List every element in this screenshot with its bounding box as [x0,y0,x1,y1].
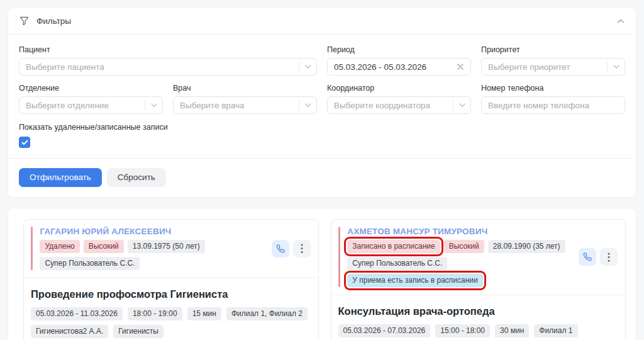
branch-badge: Филиал 1, Филиал 2 [226,307,308,320]
chevron-up-icon [617,19,625,24]
department-label: Отделение [19,84,163,93]
show-deleted-checkbox-row: Показать удаленные/записанные записи [19,123,625,158]
schedule-entry-badge-annotated: У приема есть запись в расписании [347,274,482,287]
chevron-down-icon [453,100,465,110]
checkmark-icon [21,140,28,145]
filters-title: Фильтры [36,16,71,26]
filters-panel: Фильтры Пациент Выберите пациента Период [8,8,636,198]
kebab-menu-icon [608,252,610,262]
priority-select[interactable]: Выберите приоритет [481,58,625,76]
apply-filters-button[interactable]: Отфильтровать [19,168,102,187]
card-header: АХМЕТОВ МАНСУР ТИМУРОВИЧ Записано в расп… [331,220,626,295]
date-range-badge: 05.03.2026 - 11.03.2026 [31,307,123,320]
appointment-title: Проведение профосмотра Гигиениста [31,288,311,300]
phone-icon [583,252,592,261]
card-header: ГАГАРИН ЮРИЙ АЛЕКСЕЕВИЧ Удалено Высокий … [24,220,318,278]
time-range-badge: 15:00 - 18:00 [435,324,490,337]
doctor-label: Врач [173,84,317,93]
period-label: Период [327,45,471,54]
chevron-down-icon [299,62,311,72]
period-date-range-input[interactable]: 05.03.2026 - 05.03.2026 [327,58,471,76]
patient-name-link[interactable]: АХМЕТОВ МАНСУР ТИМУРОВИЧ [347,227,574,236]
coordinator-badge: Супер Пользователь С.С. [347,257,447,270]
priority-accent-bar [31,227,33,270]
coordinator-select[interactable]: Выберите координатора [327,96,471,114]
branch-badge: Филиал 1 [534,324,577,337]
chevron-down-icon [299,100,311,110]
filter-funnel-icon [19,16,29,26]
patient-placeholder: Выберите пациента [26,62,295,72]
chevron-down-icon [607,62,619,72]
time-range-badge: 18:00 - 19:00 [128,307,182,320]
call-patient-button[interactable] [272,240,289,258]
appointments-list: ГАГАРИН ЮРИЙ АЛЕКСЕЕВИЧ Удалено Высокий … [8,208,636,340]
priority-badge: Высокий [444,240,484,253]
clear-icon[interactable] [455,64,465,70]
status-badge: Удалено [40,240,79,253]
field-doctor: Врач Выберите врача [173,84,317,114]
field-period: Период 05.03.2026 - 05.03.2026 [327,45,471,76]
kebab-menu-icon [301,244,303,253]
patient-label: Пациент [19,45,317,54]
coordinator-badge: Супер Пользователь С.С. [40,257,140,270]
appointment-card: ГАГАРИН ЮРИЙ АЛЕКСЕЕВИЧ Удалено Высокий … [23,219,319,340]
doctor-placeholder: Выберите врача [180,101,295,110]
coordinator-placeholder: Выберите координатора [334,101,449,110]
reset-filters-button[interactable]: Сбросить [107,168,166,187]
chevron-down-icon [145,100,157,110]
birthdate-badge: 28.09.1990 (35 лет) [488,240,565,253]
duration-badge: 15 мин [187,307,221,320]
specialty-badge: Гигиенисты [113,325,164,338]
department-placeholder: Выберите отделение [26,101,141,110]
filters-footer: Отфильтровать Сбросить [8,158,636,197]
doctor-select[interactable]: Выберите врача [173,96,317,114]
birthdate-badge: 13.09.1975 (50 лет) [128,240,205,253]
field-coordinator: Координатор Выберите координатора [327,84,471,114]
patient-name-link[interactable]: ГАГАРИН ЮРИЙ АЛЕКСЕЕВИЧ [40,227,266,236]
collapse-panel-button[interactable] [617,19,625,24]
department-select[interactable]: Выберите отделение [19,96,163,114]
call-patient-button[interactable] [579,248,596,266]
priority-badge: Высокий [84,240,124,253]
appointment-title: Консультация врача-ортопеда [338,305,618,317]
priority-accent-bar [338,227,341,287]
appointment-card: АХМЕТОВ МАНСУР ТИМУРОВИЧ Записано в расп… [331,219,626,340]
priority-label: Приоритет [481,45,625,54]
coordinator-label: Координатор [327,84,471,93]
phone-icon [276,244,285,253]
status-badge-annotated: Записано в расписание [347,240,440,253]
date-range-badge: 05.03.2026 - 07.03.2026 [338,324,431,337]
phone-number-input[interactable] [481,96,625,114]
field-priority: Приоритет Выберите приоритет [481,45,625,76]
filters-panel-header: Фильтры [8,8,636,35]
priority-placeholder: Выберите приоритет [488,62,603,72]
phone-number-label: Номер телефона [481,84,625,93]
doctor-badge: Гигиенистова2 А.А. [31,325,108,338]
field-phone-number: Номер телефона [481,84,625,114]
field-department: Отделение Выберите отделение [19,84,163,114]
patient-select[interactable]: Выберите пациента [19,58,317,76]
field-patient: Пациент Выберите пациента [19,45,317,76]
more-menu-button[interactable] [600,248,618,266]
period-value: 05.03.2026 - 05.03.2026 [334,62,455,72]
show-deleted-label: Показать удаленные/записанные записи [19,123,625,132]
show-deleted-checkbox[interactable] [19,137,30,148]
more-menu-button[interactable] [293,240,311,258]
duration-badge: 30 мин [495,324,529,337]
